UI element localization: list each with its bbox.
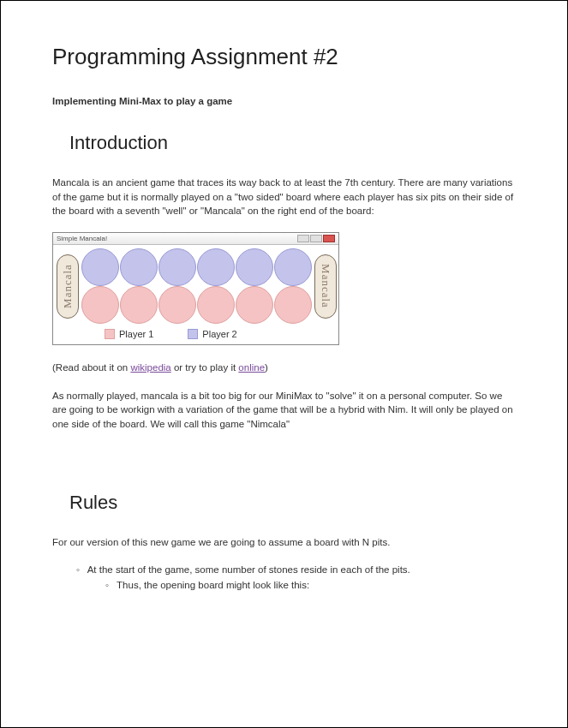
pit	[274, 286, 312, 324]
rules-list: At the start of the game, some number of…	[52, 563, 516, 593]
mancala-well-left-label: Mancala	[61, 264, 75, 308]
read-suffix: )	[265, 362, 268, 373]
mancala-well-right-label: Mancala	[319, 264, 332, 308]
rules-bullet-1-text: At the start of the game, some number of…	[87, 564, 410, 575]
pit	[158, 248, 196, 286]
pit	[81, 248, 119, 286]
legend-swatch-pink	[105, 329, 115, 339]
mancala-well-right: Mancala	[314, 254, 337, 319]
intro-heading: Introduction	[69, 132, 516, 154]
legend-label-p1: Player 1	[119, 329, 153, 339]
rules-bullet-1: At the start of the game, some number of…	[76, 563, 516, 593]
pit	[236, 248, 273, 286]
pits-grid	[81, 248, 312, 324]
window-title: Simple Mancala!	[57, 235, 107, 242]
rules-sublist: Thus, the opening board might look like …	[76, 578, 516, 593]
legend-label-p2: Player 2	[202, 329, 236, 339]
pit	[81, 286, 119, 324]
rules-bullet-1-sub: Thus, the opening board might look like …	[105, 578, 516, 593]
pit	[197, 286, 235, 324]
read-prefix: (Read about it on	[52, 362, 130, 373]
legend-item-p2: Player 2	[188, 329, 236, 339]
rules-bullet-1-sub-text: Thus, the opening board might look like …	[117, 580, 309, 590]
pit-row-top	[81, 248, 312, 286]
maximize-icon	[310, 235, 322, 242]
pit	[120, 286, 158, 324]
pit	[158, 286, 196, 324]
mancala-board-figure: Simple Mancala! Mancala	[52, 232, 339, 345]
pit	[274, 248, 312, 286]
mancala-well-left: Mancala	[57, 254, 79, 319]
minimize-icon	[297, 235, 309, 242]
intro-para-2: As normally played, mancala is a bit too…	[52, 389, 516, 432]
rules-intro-line: For our version of this new game we are …	[52, 535, 516, 550]
window-titlebar: Simple Mancala!	[53, 233, 338, 245]
page-title: Programming Assignment #2	[52, 44, 516, 70]
legend-swatch-blue	[188, 329, 198, 339]
pit	[236, 286, 273, 324]
board-body: Mancala Mancala	[53, 245, 338, 325]
close-icon	[323, 235, 335, 242]
legend-item-p1: Player 1	[105, 329, 153, 339]
pit-row-bottom	[81, 286, 312, 324]
board-legend: Player 1 Player 2	[53, 325, 338, 344]
online-link[interactable]: online	[238, 362, 265, 373]
wikipedia-link[interactable]: wikipedia	[130, 362, 170, 373]
rules-heading: Rules	[69, 492, 516, 514]
subtitle: Implementing Mini-Max to play a game	[52, 96, 516, 106]
window-controls	[297, 235, 335, 242]
intro-para-1: Mancala is an ancient game that traces i…	[52, 176, 516, 218]
read-about-line: (Read about it on wikipedia or try to pl…	[52, 361, 516, 375]
read-mid: or try to play it	[171, 362, 239, 373]
pit	[197, 248, 235, 286]
pit	[120, 248, 158, 286]
